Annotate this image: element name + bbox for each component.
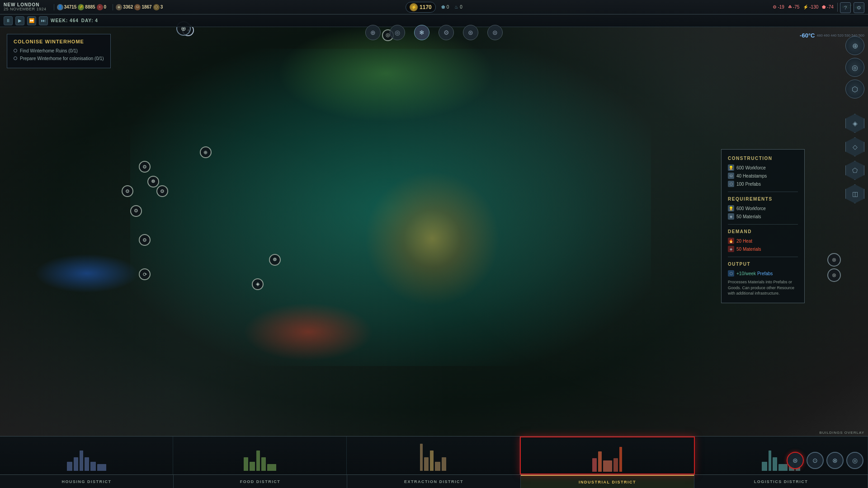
br-button-2[interactable]: ⊙ (807, 452, 824, 469)
map-marker-4[interactable]: ⚙ (156, 185, 168, 197)
city-date: 25 NOVEMBER 1924 (4, 7, 47, 12)
housing-district-preview[interactable] (0, 436, 173, 474)
hex-button-4[interactable]: ◫ (845, 184, 864, 203)
extraction-district-preview[interactable] (347, 436, 520, 474)
log-bld-1 (762, 462, 767, 471)
tab-logistics-district[interactable]: LOGISTICS DISTRICT (694, 475, 868, 488)
tab-food-district[interactable]: FOOD DISTRICT (174, 475, 347, 488)
map-view-button-1[interactable]: ⊕ (845, 36, 864, 55)
industrial-district-preview[interactable] (520, 436, 694, 474)
neg-value-3: -130 (809, 5, 818, 9)
map-view-button-3[interactable]: ⬡ (845, 80, 864, 99)
ind-bld-4 (613, 458, 618, 472)
tab-extraction-district[interactable]: EXTRACTION DISTRICT (347, 475, 521, 488)
map-marker-5[interactable]: ⚙ (130, 205, 142, 217)
prefabs-icon-c: ⬡ (728, 181, 734, 187)
map-filter-6[interactable]: ⊜ (487, 25, 503, 40)
quest-text-1: Find Winterhome Ruins (0/1) (20, 48, 78, 54)
food-bld-2 (250, 462, 255, 471)
ind-bld-2 (598, 451, 602, 472)
prefabs-value: 3 (160, 5, 163, 9)
coal-resource: ⬟ 0 (441, 5, 449, 9)
housing-bld-1 (67, 462, 72, 471)
population-value: 34715 (64, 5, 77, 9)
requirements-row-1: 👷 600 Workforce (728, 205, 798, 211)
log-bld-3 (773, 457, 777, 471)
map-marker-1[interactable]: ⚙ (122, 185, 133, 197)
map-filter-2[interactable]: ◎ (390, 25, 405, 40)
quest-item-2: Prepare Winterhome for colonisation (0/1… (14, 56, 104, 61)
map-filter-3[interactable]: ❄ (414, 25, 429, 40)
resource-group-materials: ◈ 3362 ⛁ 1867 ⬡ 3 (113, 4, 165, 10)
output-type: Prefabs (757, 271, 773, 276)
housing-bld-6 (97, 464, 106, 471)
map-marker-6[interactable]: ⚙ (139, 234, 151, 246)
hex-button-3[interactable]: ⬠ (845, 161, 864, 180)
divider-2 (728, 224, 798, 225)
demand-materials-value: 50 Materials (736, 247, 761, 252)
play-button[interactable]: ▶ (15, 16, 24, 25)
info-panel: CONSTRUCTION 👷 600 Workforce ⛁ 40 Heatst… (721, 149, 805, 303)
hex-button-1[interactable]: ◈ (845, 114, 864, 133)
map-view-button-2[interactable]: ◎ (845, 58, 864, 77)
neg-resource-3: ⚡ -130 (803, 5, 818, 9)
heat-icon-d: 🔥 (728, 238, 734, 244)
people-icon: 👤 (57, 4, 63, 10)
br-button-3[interactable]: ⊗ (826, 452, 844, 469)
hex-button-2[interactable]: ◇ (845, 137, 864, 156)
fastest-button[interactable]: ⏭ (39, 16, 48, 25)
ind-bld-5 (619, 447, 622, 472)
pause-button[interactable]: ⏸ (4, 16, 13, 25)
center-resources: ⚡ 1170 ⬟ 0 ♨ 0 (406, 2, 462, 13)
construction-row-1: 👷 600 Workforce (728, 164, 798, 171)
food-district-preview[interactable] (173, 436, 346, 474)
map-filter-4[interactable]: ⚙ (439, 25, 454, 40)
br-button-1[interactable]: ⊛ (787, 452, 804, 469)
construction-prefabs: 100 Prefabs (736, 182, 761, 187)
br-button-4[interactable]: ◎ (846, 452, 863, 469)
energy-value: 1170 (420, 4, 432, 10)
population-resource: 👤 34715 (57, 4, 77, 10)
map-filter-1[interactable]: ⊕ (365, 25, 381, 40)
tab-housing-district[interactable]: HOUSING DISTRICT (0, 475, 174, 488)
demand-heat-value: 20 Heat (736, 239, 752, 244)
materials-icon: ◈ (116, 4, 122, 10)
food-icon: 🌾 (78, 4, 84, 10)
fast-forward-button[interactable]: ⏩ (27, 16, 36, 25)
output-amount: +10/week (736, 271, 756, 276)
map-marker-9[interactable]: ◈ (252, 278, 264, 290)
materials-icon-r: ◈ (728, 213, 734, 220)
map-marker-top1[interactable]: ⊕ (200, 146, 212, 158)
red-area (243, 303, 373, 361)
demand-row-heat: 🔥 20 Heat (728, 238, 798, 244)
spacer-1 (845, 101, 864, 110)
demand-row-materials: ◈ 50 Materials (728, 246, 798, 252)
neg-icon-3: ⚡ (803, 5, 808, 9)
tab-industrial-district[interactable]: INDUSTRIAL DISTRICT (521, 475, 694, 488)
quest-text-2: Prepare Winterhome for colonisation (0/1… (20, 56, 104, 61)
requirements-row-2: ◈ 50 Materials (728, 213, 798, 220)
map-marker-3[interactable]: ⚙ (139, 161, 151, 173)
map-marker-8[interactable]: ⟳ (139, 268, 151, 280)
side-marker-1[interactable]: ⊗ (827, 253, 841, 267)
requirements-title: REQUIREMENTS (728, 197, 798, 202)
workforce-icon-r: 👷 (728, 205, 734, 211)
resource-group-population: 👤 34715 🌾 8885 + 0 (54, 4, 109, 10)
neg-value-1: -19 (778, 5, 784, 9)
top-right-corner: ? ⚙ (840, 2, 864, 13)
food-bld-1 (244, 457, 248, 471)
map-marker-7[interactable]: ☸ (269, 254, 281, 266)
neg-icon-2: ☘ (788, 5, 792, 9)
extr-bld-2 (424, 457, 429, 471)
temp-tick-3: 440 (830, 33, 836, 38)
materials-resource: ◈ 3362 (116, 4, 133, 10)
top-bar: NEW LONDON 25 NOVEMBER 1924 👤 34715 🌾 88… (0, 0, 868, 14)
housing-preview-image (0, 436, 173, 473)
health-resource: + 0 (97, 4, 107, 10)
prefabs-icon: ⬡ (153, 4, 160, 10)
settings-button[interactable]: ⚙ (854, 2, 864, 13)
help-button[interactable]: ? (840, 2, 851, 13)
side-marker-2[interactable]: ⊗ (827, 268, 841, 282)
construction-heatstamps: 40 Heatstamps (736, 174, 767, 178)
map-filter-5[interactable]: ⊛ (463, 25, 478, 40)
